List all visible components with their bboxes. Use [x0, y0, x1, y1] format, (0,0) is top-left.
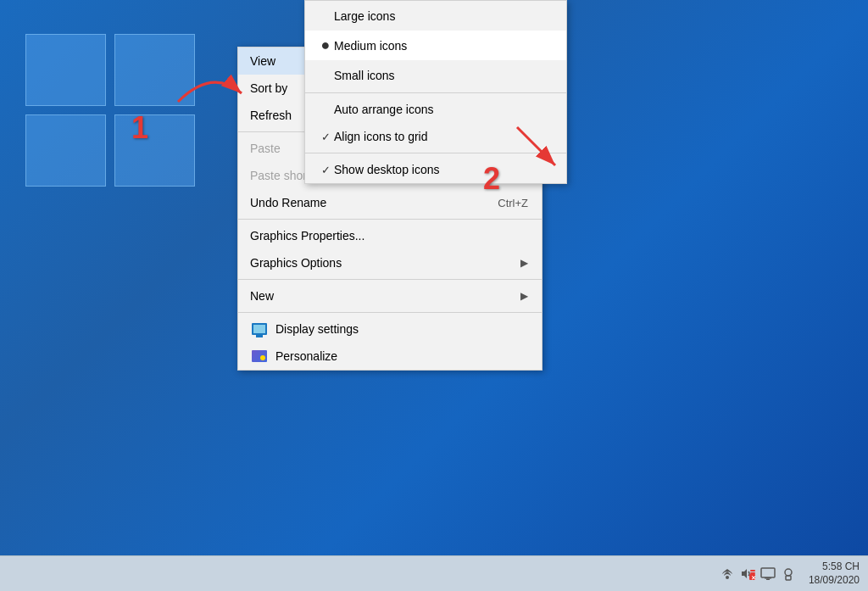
submenu-separator-1 [305, 92, 566, 93]
svg-point-10 [785, 569, 792, 576]
svg-text:✕: ✕ [750, 574, 755, 580]
undo-rename-shortcut: Ctrl+Z [498, 197, 528, 209]
submenu-item-large-icons[interactable]: Large icons [305, 1, 566, 31]
svg-rect-8 [765, 577, 771, 579]
menu-item-new-label: New [250, 289, 514, 303]
menu-item-graphics-options[interactable]: Graphics Options ▶ [238, 249, 542, 276]
taskbar-date-display: 18/09/2020 [809, 574, 860, 588]
menu-item-graphics-properties-label: Graphics Properties... [250, 229, 528, 243]
menu-item-new[interactable]: New ▶ [238, 282, 542, 309]
align-to-grid-label: Align icons to grid [334, 130, 428, 143]
large-icons-bullet [317, 7, 334, 25]
menu-item-graphics-properties[interactable]: Graphics Properties... [238, 222, 542, 249]
menu-item-display-settings-label: Display settings [275, 322, 528, 336]
auto-arrange-label: Auto arrange icons [334, 103, 434, 116]
show-desktop-icons-label: Show desktop icons [334, 163, 440, 176]
submenu-item-small-icons[interactable]: Small icons [305, 60, 566, 90]
submenu-item-medium-icons[interactable]: ● Medium icons [305, 31, 566, 60]
large-icons-label: Large icons [334, 9, 395, 23]
medium-icons-bullet: ● [317, 36, 334, 54]
medium-icons-label: Medium icons [334, 39, 407, 53]
annotation-2: 2 [483, 161, 500, 197]
menu-item-personalize-label: Personalize [275, 349, 528, 363]
menu-item-graphics-options-label: Graphics Options [250, 256, 514, 270]
display-settings-icon [250, 321, 269, 337]
taskbar-system-icons: ✕ [719, 566, 797, 583]
arrow-2 [500, 110, 568, 178]
small-icons-bullet [317, 66, 334, 84]
volume-icon[interactable]: ✕ [739, 566, 756, 583]
auto-arrange-check [317, 103, 334, 116]
svg-rect-9 [766, 578, 770, 580]
graphics-options-submenu-arrow: ▶ [520, 257, 528, 269]
new-submenu-arrow: ▶ [520, 290, 528, 302]
taskbar-monitor-icon[interactable] [760, 566, 776, 583]
separator-2 [238, 219, 542, 220]
menu-item-personalize[interactable]: Personalize [238, 343, 542, 370]
desktop: 1 2 View ▶ Sort by ▶ [0, 0, 868, 591]
small-icons-label: Small icons [334, 69, 395, 82]
svg-rect-11 [786, 576, 791, 580]
menu-item-display-settings[interactable]: Display settings [238, 315, 542, 343]
personalize-icon [250, 348, 269, 364]
annotation-1: 1 [131, 110, 148, 146]
svg-rect-7 [761, 568, 775, 577]
win-pane-tl [25, 34, 106, 106]
menu-item-undo-rename-label: Undo Rename [250, 196, 498, 209]
show-desktop-icons-check: ✓ [317, 164, 334, 176]
separator-3 [238, 279, 542, 280]
taskbar-clock[interactable]: 5:58 CH 18/09/2020 [809, 560, 860, 587]
win-pane-bl [25, 114, 106, 187]
network-icon[interactable] [719, 566, 736, 583]
svg-rect-3 [750, 570, 755, 571]
taskbar: ✕ [0, 555, 868, 591]
taskbar-right: ✕ [719, 560, 860, 587]
align-to-grid-check: ✓ [317, 131, 334, 143]
arrow-1 [170, 59, 254, 127]
taskbar-time-display: 5:58 CH [809, 560, 860, 574]
speaker-icon[interactable] [780, 566, 797, 583]
separator-4 [238, 312, 542, 313]
svg-point-2 [726, 576, 729, 579]
